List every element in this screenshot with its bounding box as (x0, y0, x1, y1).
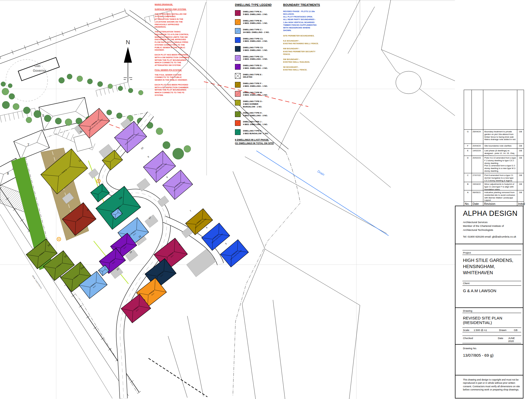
drainage-note-line: THE ATTENUATION TANKS DISCHARGE TO A FLO… (155, 31, 189, 51)
boundary-note: N.E BOUNDARY - EXISTING RETAINING WALL/ … (283, 40, 321, 45)
boundary-title: BOUNDARY TREATMENTS (283, 3, 321, 6)
col-no: No. (464, 202, 472, 206)
copyright-text: This drawing and design is copyright and… (463, 378, 520, 391)
new-footpath-label: NEW FOOTPATH (32, 275, 42, 289)
revision-row-C: C27/07/22Plot 8 amended from a type C1 d… (464, 173, 524, 182)
legend-title: DWELLING TYPE LEGEND (235, 3, 275, 6)
plot-number: 9 (147, 155, 150, 158)
legend-label: DWELLING TYPE E - DELETED (243, 73, 263, 79)
legend-label: DWELLING TYPE J - 4 BED. DWELLING - 1 NO… (243, 120, 268, 126)
legend-swatch-H (235, 111, 241, 117)
revision-row-B: B15/04/22Minor adjustments to footprint … (464, 182, 524, 190)
col-revision: Revision (483, 202, 517, 206)
legend-label: DWELLING TYPE H - 4 BED. DWELLING - 3 NO… (243, 111, 268, 117)
revision-row-E: E14/02/24Last phase (6 dwellings) re-des… (464, 148, 524, 156)
boundary-note: SW BOUNDARY - EXISTING WALL/ RAILINGS. (283, 58, 321, 63)
legend-item-A: DWELLING TYPE A - 5 BED. DWELLING.- 2 NO… (235, 10, 275, 16)
plot-number: 7 (189, 209, 192, 212)
drawing-no-label: Drawing No. (463, 347, 521, 350)
legend-item-B: DWELLING TYPE B - 4 BED. DWELLING.- 1 NO… (235, 19, 275, 25)
existing-building-label: 8 (7, 171, 9, 175)
legend-label: DWELLING TYPE G - 3 BED DORMER BUNGALOW … (243, 100, 263, 108)
legend-label: DWELLING TYPE C2- 3 BED. DWELLING - 1 NO… (243, 46, 268, 52)
gas-governor-label: Governor (33, 69, 46, 73)
revision-row-A: A06/05/21Indicative planting removed fro… (464, 190, 524, 201)
drainage-note-line: EACH PLOT HAS BEEN PROVIDED WITH A FS IN… (155, 84, 189, 97)
drainage-note-line: THE APPROVED/ INSTALLED SW SYSTEM COMPRI… (155, 13, 189, 29)
north-arrow: N (124, 39, 132, 82)
copyright-block: This drawing and design is copyright and… (455, 375, 523, 398)
legend-items: DWELLING TYPE A - 5 BED. DWELLING.- 2 NO… (235, 10, 275, 135)
date-value: JUNE 2020 (508, 337, 521, 342)
revision-table-empty-rows (464, 90, 524, 129)
revision-row-F: F20/04/24Site boundaries note clarified.… (464, 144, 524, 148)
drainage-note-line: SURFACE WATER (SW) SYSTEM. (155, 8, 189, 11)
revision-table-rows: G25/04/24Boundary treatment to private g… (464, 129, 524, 201)
col-date: Date (472, 202, 483, 206)
drawing-no-value: 13/07/805 - 69 g) (463, 353, 521, 357)
legend-label: DWELLING TYPE F - 4 BED. DWELLING - 1 NO… (243, 82, 268, 88)
legend-swatch-J (235, 120, 241, 126)
existing-building-label: 5 (42, 114, 44, 118)
drawing-number-block: Drawing No. 13/07/805 - 69 g) (455, 344, 523, 375)
legend-label: DWELLING TYPE B - 4 BED. DWELLING.- 1 NO… (243, 19, 268, 25)
mains-drainage-notes: MAINS DRAINAGE.SURFACE WATER (SW) SYSTEM… (155, 3, 189, 99)
scale-label: Scale (463, 329, 474, 332)
legend-swatch-C (235, 28, 241, 34)
drainage-note-line: THE FOUL SEWER SYSTEM CONNECTS TO THE PU… (155, 74, 189, 81)
boundary-treatments-notes: BOUNDARY TREATMENTS REVISED PHASE - PLOT… (283, 3, 321, 74)
legend-label: DWELLING TYPE A - 5 BED. DWELLING.- 2 NO… (243, 10, 268, 16)
scale-row: Scale 1:500 @ A1 Drawn GB (462, 328, 521, 332)
legend-label: DWELLING TYPE C3 - 4 BED. DWELLING - 3 N… (243, 55, 268, 61)
legend-item-C1: DWELLING TYPE C1- 3 BED. DWELLING - 2 NO… (235, 37, 275, 43)
plot-number: 10 (140, 146, 144, 150)
legend-item-C3: DWELLING TYPE C3 - 4 BED. DWELLING - 3 N… (235, 55, 275, 61)
legend-label: DWELLING TYPE K - 3 BED BUNGALOW - 1 NO. (243, 129, 268, 135)
drawing-label: Drawing (462, 308, 521, 313)
date-label: Date (498, 337, 508, 342)
project-label: Project (462, 250, 521, 255)
legend-label: DWELLING TYPE C - 3/4 BED. DWELLING - 2 … (243, 28, 269, 34)
drawing-name: REVISED SITE PLAN (RESIDENTIAL) (463, 316, 521, 325)
legend-swatch-K (235, 129, 241, 135)
legend-footer: 6 DWELLINGS IN LAST PHASE. (21 DWELLINGS… (235, 138, 275, 145)
legend-swatch-C1 (235, 37, 241, 43)
revision-row-G: G25/04/24Boundary treatment to private g… (464, 129, 524, 144)
drainage-note-line: EACH PLOT HAS BEEN PROVIDED WITH A SW IN… (155, 54, 189, 67)
drawn-label: Drawn (499, 329, 514, 332)
legend-item-D: DWELLING TYPE D - 3 BED. DWELLING - 2 NO… (235, 64, 275, 70)
project-name: HIGH STILE GARDENS, HENSINGHAM, WHITEHAV… (463, 258, 521, 276)
revision-table-header: No. Date Revision Initial (464, 201, 524, 206)
boundary-note: SE BOUNDARY - EXISTING WALL/ FENCE. (283, 66, 321, 71)
checked-label: Checked (463, 337, 498, 342)
boundary-note: NW BOUNDARY - EXISTING PERIMETER SECURIT… (283, 47, 321, 55)
scale-value: 1:500 @ A1 (474, 329, 499, 332)
legend-item-C2: DWELLING TYPE C2- 3 BED. DWELLING - 1 NO… (235, 46, 275, 52)
plot-number: 5 (225, 242, 227, 245)
checked-row: Checked Date JUNE 2020 (462, 336, 521, 343)
company-name: ALPHA DESIGN (463, 209, 521, 218)
legend-swatch-C3 (235, 55, 241, 61)
legend-item-M: DWELLING TYPE M - 4 BED. DWELLING - 1 NO… (235, 91, 275, 97)
drawing-sheet: DrainTYPE GTYPE MAPPROVED BUT NOT STARTE… (0, 0, 532, 399)
legend-swatch-M (235, 91, 241, 97)
legend-swatch-A (235, 10, 241, 16)
revision-row-D: D20/02/23Plots 9 & 10 amended from a typ… (464, 156, 524, 173)
legend-item-J: DWELLING TYPE J - 4 BED. DWELLING - 1 NO… (235, 120, 275, 126)
boundary-note: SITE PERIMETER BOUNDARIES. (283, 35, 321, 37)
legend-swatch-F (235, 82, 241, 88)
col-initial: Initial (517, 202, 524, 206)
legend-swatch-E (235, 73, 241, 79)
drawn-value: GB (514, 329, 518, 332)
plot-number: 8 (166, 176, 168, 179)
existing-building-label: 7 (27, 143, 29, 147)
drainage-note-line: FOUL SEWER (FS) SYSTEM. (155, 69, 189, 71)
boundary-perimeter-notes: SITE PERIMETER BOUNDARIES.N.E BOUNDARY -… (283, 35, 321, 71)
drawing-block: Drawing REVISED SITE PLAN (RESIDENTIAL) … (455, 307, 523, 345)
legend-swatch-C2 (235, 46, 241, 52)
legend-swatch-B (235, 19, 241, 25)
dwelling-type-legend: DWELLING TYPE LEGEND DWELLING TYPE A - 5… (235, 3, 275, 145)
legend-label: DWELLING TYPE D - 3 BED. DWELLING - 2 NO… (243, 64, 268, 70)
legend-item-F: DWELLING TYPE F - 4 BED. DWELLING - 1 NO… (235, 82, 275, 88)
company-block: ALPHA DESIGN Architectural Services Memb… (455, 206, 523, 244)
